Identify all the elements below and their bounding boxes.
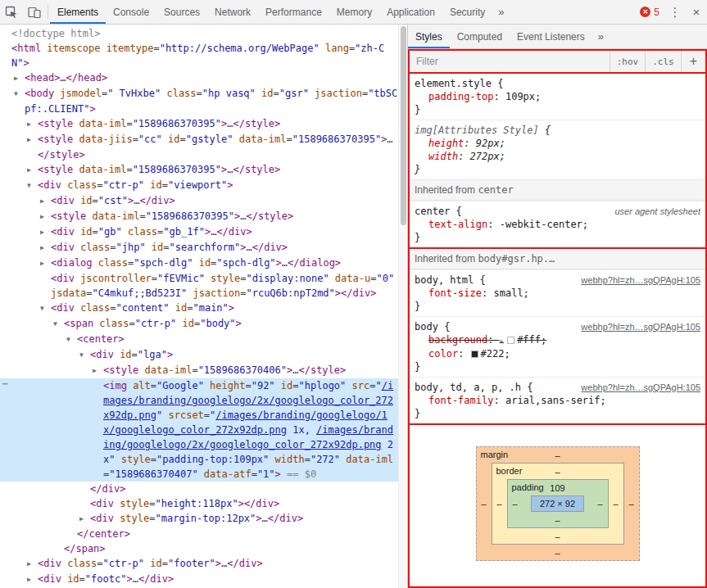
rule-selector[interactable]: center	[415, 206, 450, 217]
tab-sources[interactable]: Sources	[156, 0, 207, 24]
color-swatch[interactable]	[471, 351, 478, 358]
expand-arrow-icon[interactable]: ▶	[40, 241, 51, 256]
tree-node[interactable]: ▶<style data-jiis="cc" id="gstyle" data-…	[0, 132, 398, 162]
more-panels-button[interactable]: »	[492, 0, 510, 24]
tree-node[interactable]: </center>	[0, 527, 398, 541]
collapse-arrow-icon[interactable]: ▼	[79, 348, 90, 363]
margin-bottom-value[interactable]: –	[555, 548, 560, 558]
tree-node[interactable]: ▶<div id="gb" class="gb_1f">…</div>	[0, 224, 398, 240]
css-property-value[interactable]: arial,sans-serif	[505, 395, 600, 406]
device-toolbar-icon[interactable]	[23, 0, 46, 24]
css-property-name[interactable]: text-align	[428, 219, 487, 230]
border-left-value[interactable]: –	[496, 499, 501, 509]
collapse-arrow-icon[interactable]: ▼	[66, 332, 77, 347]
rule-selector[interactable]: img[Attributes Style]	[415, 124, 539, 136]
tree-node[interactable]: ▶<dialog class="spch-dlg" id="spch-dlg">…	[0, 256, 398, 271]
tree-node[interactable]: ▼<div class="content" id="main">	[0, 301, 398, 316]
padding-right-value[interactable]: –	[597, 499, 602, 509]
tree-node[interactable]: ▶<style data-iml="1589686370395">…</styl…	[0, 116, 398, 132]
padding-top-value[interactable]: 109	[550, 483, 564, 493]
tab-application[interactable]: Application	[379, 0, 442, 24]
rule-selector[interactable]: body, html	[415, 274, 474, 286]
border-bottom-value[interactable]: –	[555, 531, 560, 541]
expand-arrow-icon[interactable]: ▶	[40, 194, 51, 209]
expand-arrow-icon[interactable]: ▶	[27, 117, 38, 132]
error-count-badge[interactable]: ✕ 5	[635, 7, 664, 18]
tree-node[interactable]: ▼<body jsmodel=" TvHxbe" class="hp vasq"…	[0, 86, 398, 116]
tree-node[interactable]: <html itemscope itemtype="http://schema.…	[0, 41, 398, 70]
inherited-from-selector[interactable]: center	[478, 184, 513, 196]
css-declaration[interactable]: text-align: -webkit-center;	[415, 218, 700, 231]
expand-arrow-icon[interactable]: ▶	[79, 512, 90, 527]
padding-left-value[interactable]: –	[512, 499, 517, 509]
collapse-arrow-icon[interactable]: ▼	[27, 179, 38, 193]
expand-arrow-icon[interactable]: ▶	[93, 364, 103, 378]
tree-node[interactable]: </div>	[0, 482, 398, 496]
css-property-value[interactable]: 272px	[470, 151, 500, 162]
css-declaration[interactable]: color: #222;	[415, 347, 700, 360]
css-declaration[interactable]: font-size: small;	[415, 287, 700, 300]
css-property-value[interactable]: 92px	[476, 138, 500, 149]
expand-arrow-icon[interactable]: ▶	[27, 133, 38, 147]
rule-selector[interactable]: body, td, a, p, .h	[415, 382, 521, 393]
elements-scrollbar[interactable]	[398, 25, 407, 588]
tab-security[interactable]: Security	[442, 0, 492, 24]
more-actions-icon[interactable]: ⋯	[2, 377, 9, 391]
styles-more-tabs-button[interactable]: »	[592, 25, 610, 48]
tree-node[interactable]: <img alt="Google" height="92" id="hplogo…	[0, 378, 398, 482]
css-property-value[interactable]: -webkit-center	[500, 219, 582, 230]
expand-shorthand-icon[interactable]: ▸	[500, 337, 504, 345]
collapse-arrow-icon[interactable]: ▼	[40, 301, 51, 316]
margin-top-value[interactable]: –	[555, 450, 560, 460]
tree-node[interactable]: ▼<span class="ctr-p" id="body">	[0, 316, 398, 332]
collapse-arrow-icon[interactable]: ▼	[53, 317, 64, 332]
expand-arrow-icon[interactable]: ▶	[40, 210, 51, 224]
stylesheet-link[interactable]: webhp?hl=zh…sgQPAgH:105	[581, 320, 700, 333]
tree-node[interactable]: <div style="height:118px"></div>	[0, 496, 398, 511]
collapse-arrow-icon[interactable]: ▼	[14, 87, 25, 102]
stylesheet-link[interactable]: webhp?hl=zh…sgQPAgH:105	[581, 274, 700, 287]
css-declaration[interactable]: background: ▸#fff;	[415, 333, 700, 347]
tree-node[interactable]: ▼<div class="ctr-p" id="viewport">	[0, 178, 398, 193]
expand-arrow-icon[interactable]: ▶	[27, 163, 38, 178]
styles-tab-computed[interactable]: Computed	[450, 25, 510, 48]
inherited-from-selector[interactable]: body#gsr.hp.…	[478, 253, 555, 265]
css-property-name[interactable]: height	[428, 138, 464, 149]
tab-elements[interactable]: Elements	[50, 0, 106, 24]
devtools-close-button[interactable]: ×	[686, 5, 707, 19]
tree-node[interactable]: ▶<div class="ctr-p" id="footer">…</div>	[0, 556, 398, 572]
css-property-name[interactable]: padding-top	[428, 91, 493, 102]
tree-node[interactable]: </span>	[0, 541, 398, 556]
expand-arrow-icon[interactable]: ▶	[40, 225, 51, 240]
css-property-name[interactable]: font-family	[428, 395, 493, 406]
tab-network[interactable]: Network	[207, 0, 258, 24]
margin-right-value[interactable]: –	[628, 499, 633, 509]
css-declaration[interactable]: height: 92px;	[415, 137, 700, 150]
expand-arrow-icon[interactable]: ▶	[14, 71, 25, 86]
devtools-menu-button[interactable]: ⋮	[664, 5, 686, 20]
toggle-element-state-button[interactable]: :hov	[610, 51, 646, 72]
styles-tab-styles[interactable]: Styles	[408, 25, 450, 48]
tree-node[interactable]: ▼<div id="lga">	[0, 347, 398, 363]
color-swatch[interactable]	[507, 337, 514, 344]
expand-arrow-icon[interactable]: ▶	[27, 572, 38, 587]
tab-performance[interactable]: Performance	[258, 0, 329, 24]
css-property-name[interactable]: font-size	[428, 287, 482, 299]
scrollbar-thumb[interactable]	[401, 26, 406, 225]
css-property-value[interactable]: 109px	[505, 91, 535, 102]
tree-node[interactable]: ▶<style data-iml="1589686370395">…</styl…	[0, 162, 398, 178]
css-property-name[interactable]: width	[428, 151, 458, 162]
tree-node[interactable]: ▶<div class="jhp" id="searchform">…</div…	[0, 240, 398, 256]
border-top-value[interactable]: –	[555, 467, 560, 477]
tree-node[interactable]: <!doctype html>	[0, 26, 398, 41]
css-declaration[interactable]: padding-top: 109px;	[415, 90, 700, 103]
css-property-name[interactable]: background	[428, 334, 487, 346]
element-classes-button[interactable]: .cls	[645, 51, 681, 72]
css-property-name[interactable]: color	[428, 348, 458, 360]
tree-node[interactable]: ▶<style data-iml="1589686370395">…</styl…	[0, 209, 398, 224]
expand-arrow-icon[interactable]: ▶	[27, 557, 38, 572]
tree-node[interactable]: ▶<style data-iml="1589686370406">…</styl…	[0, 363, 398, 378]
rule-selector[interactable]: body	[415, 321, 438, 332]
css-property-value[interactable]: #222	[481, 348, 505, 360]
padding-bottom-value[interactable]: –	[555, 515, 560, 525]
